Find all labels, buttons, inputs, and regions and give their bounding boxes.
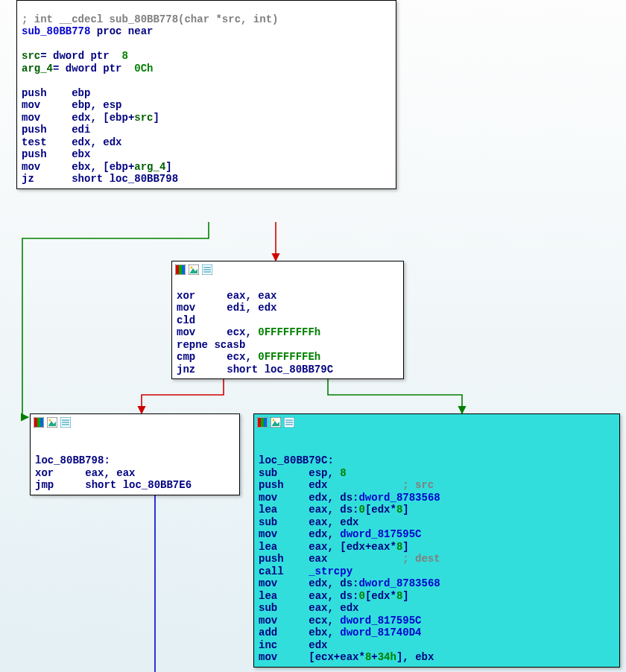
svg-point-28: [273, 419, 275, 422]
cfg-canvas: { "icons": { "asm": "asm-panel-icon", "i…: [0, 0, 626, 672]
svg-rect-23: [258, 418, 261, 427]
svg-rect-12: [34, 418, 37, 427]
cfg-node-entry[interactable]: ; int __cdecl sub_80BB778(char *src, int…: [16, 0, 396, 189]
svg-rect-14: [40, 418, 43, 427]
cfg-node-loc-80BB79C[interactable]: loc_80BB79C: sub esp, 8 push edx ; src m…: [253, 413, 620, 668]
asm-block: ; int __cdecl sub_80BB778(char *src, int…: [17, 1, 396, 188]
list-icon[interactable]: [60, 417, 71, 428]
svg-rect-13: [37, 418, 40, 427]
image-icon[interactable]: [271, 417, 281, 428]
node-toolbar: [254, 414, 619, 430]
svg-rect-2: [179, 265, 182, 274]
svg-point-6: [191, 267, 193, 269]
asm-panel-icon[interactable]: [257, 417, 268, 428]
asm-block: loc_80BB79C: sub esp, 8 push edx ; src m…: [254, 430, 619, 667]
svg-rect-24: [261, 418, 264, 427]
cfg-node-loc-80BB798[interactable]: loc_80BB798: xor eax, eax jmp short loc_…: [30, 413, 240, 495]
asm-panel-icon[interactable]: [175, 264, 186, 275]
asm-block: xor eax, eax mov edi, edx cld mov ecx, 0…: [172, 277, 403, 378]
svg-point-17: [49, 419, 51, 422]
asm-panel-icon[interactable]: [34, 417, 44, 428]
svg-rect-25: [264, 418, 267, 427]
list-icon[interactable]: [202, 264, 212, 275]
cfg-node-strlen[interactable]: xor eax, eax mov edi, edx cld mov ecx, 0…: [171, 261, 404, 379]
image-icon[interactable]: [189, 264, 199, 275]
list-icon[interactable]: [284, 417, 294, 428]
node-toolbar: [172, 261, 403, 277]
svg-rect-3: [182, 265, 185, 274]
node-toolbar: [31, 414, 239, 430]
asm-block: loc_80BB798: xor eax, eax jmp short loc_…: [31, 430, 239, 495]
svg-rect-1: [176, 265, 179, 274]
image-icon[interactable]: [47, 417, 57, 428]
